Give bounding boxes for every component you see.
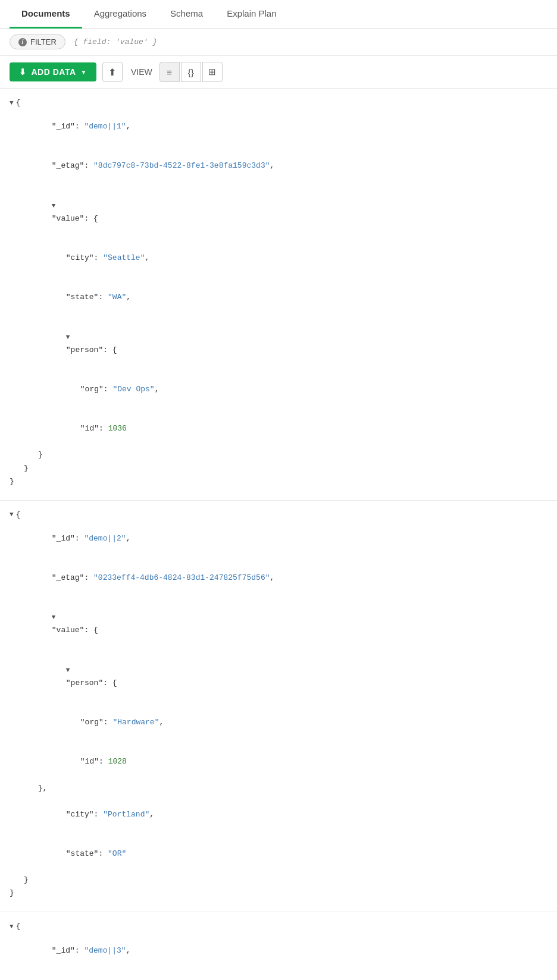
list-item: ▼ "value": {	[10, 186, 547, 238]
view-label: VIEW	[131, 67, 152, 77]
list-item: "state": "WA",	[10, 278, 547, 317]
list-view-button[interactable]: ≡	[159, 62, 180, 82]
list-item: }	[10, 448, 547, 461]
add-data-label: ADD DATA	[32, 67, 76, 77]
tab-explain-plan[interactable]: Explain Plan	[215, 0, 288, 29]
list-item: "_etag": "0233eff4-4db6-4824-83d1-247825…	[10, 558, 547, 598]
list-item: "_id": "demo||3",	[10, 931, 547, 970]
list-item: ▼ "person": {	[10, 651, 547, 703]
tab-bar: Documents Aggregations Schema Explain Pl…	[0, 0, 557, 29]
table-row: ▼ { "_id": "demo||1", "_etag": "8dc797c8…	[0, 89, 557, 501]
doc-brace-open: {	[16, 510, 21, 519]
view-buttons: ≡ {} ⊞	[159, 62, 223, 82]
list-item: "_etag": "91aaa1f4-4b6e-46d0-8f73-389879…	[10, 970, 547, 980]
info-icon: i	[18, 38, 27, 46]
list-item: "city": "Portland",	[10, 795, 547, 834]
collapse-toggle[interactable]: ▼	[10, 923, 14, 930]
list-item: "_id": "demo||1",	[10, 107, 547, 146]
list-item: ▼ "value": {	[10, 598, 547, 650]
table-view-button[interactable]: ⊞	[202, 62, 223, 82]
filter-query[interactable]: { field: 'value' }	[74, 37, 157, 46]
collapse-toggle[interactable]: ▼	[10, 511, 14, 518]
doc-opener-3: ▼ {	[10, 922, 547, 931]
list-item: }	[10, 887, 547, 900]
list-item: "state": "OR"	[10, 834, 547, 874]
tab-documents[interactable]: Documents	[10, 0, 82, 29]
list-item: "_etag": "8dc797c8-73bd-4522-8fe1-3e8fa1…	[10, 146, 547, 186]
filter-label: FILTER	[30, 37, 57, 46]
import-button[interactable]: ⬆	[102, 62, 123, 82]
collapse-toggle[interactable]: ▼	[66, 334, 70, 341]
json-icon: {}	[188, 67, 194, 77]
doc-brace-open: {	[16, 98, 21, 107]
json-view-button[interactable]: {}	[181, 62, 201, 82]
list-item: }	[10, 462, 547, 475]
documents-area: ▼ { "_id": "demo||1", "_etag": "8dc797c8…	[0, 89, 557, 980]
collapse-toggle[interactable]: ▼	[66, 667, 70, 674]
upload-icon: ⬆	[108, 67, 116, 78]
dropdown-arrow-icon: ▼	[81, 69, 87, 76]
list-item: "_id": "demo||2",	[10, 519, 547, 558]
add-data-button[interactable]: ⬇ ADD DATA ▼	[10, 62, 96, 81]
list-item: },	[10, 782, 547, 795]
doc-brace-open: {	[16, 922, 21, 931]
doc-opener-2: ▼ {	[10, 510, 547, 519]
add-data-icon: ⬇	[19, 67, 27, 77]
filter-bar: i FILTER { field: 'value' }	[0, 29, 557, 56]
list-item: "id": 1036	[10, 409, 547, 448]
list-item: }	[10, 475, 547, 488]
table-icon: ⊞	[208, 67, 216, 77]
list-item: "org": "Hardware",	[10, 703, 547, 742]
table-row: ▼ { "_id": "demo||2", "_etag": "0233eff4…	[0, 501, 557, 913]
collapse-toggle[interactable]: ▼	[52, 614, 56, 621]
list-item: ▼ "person": {	[10, 318, 547, 370]
list-item: }	[10, 874, 547, 887]
collapse-toggle[interactable]: ▼	[52, 202, 56, 209]
tab-aggregations[interactable]: Aggregations	[82, 0, 158, 29]
list-item: "id": 1028	[10, 742, 547, 781]
toolbar: ⬇ ADD DATA ▼ ⬆ VIEW ≡ {} ⊞	[0, 56, 557, 89]
list-item: "city": "Seattle",	[10, 238, 547, 278]
table-row: ▼ { "_id": "demo||3", "_etag": "91aaa1f4…	[0, 912, 557, 980]
tab-schema[interactable]: Schema	[158, 0, 215, 29]
collapse-toggle[interactable]: ▼	[10, 99, 14, 106]
list-item: "org": "Dev Ops",	[10, 370, 547, 409]
doc-opener-1: ▼ {	[10, 98, 547, 107]
list-icon: ≡	[167, 67, 172, 77]
filter-button[interactable]: i FILTER	[10, 34, 65, 49]
